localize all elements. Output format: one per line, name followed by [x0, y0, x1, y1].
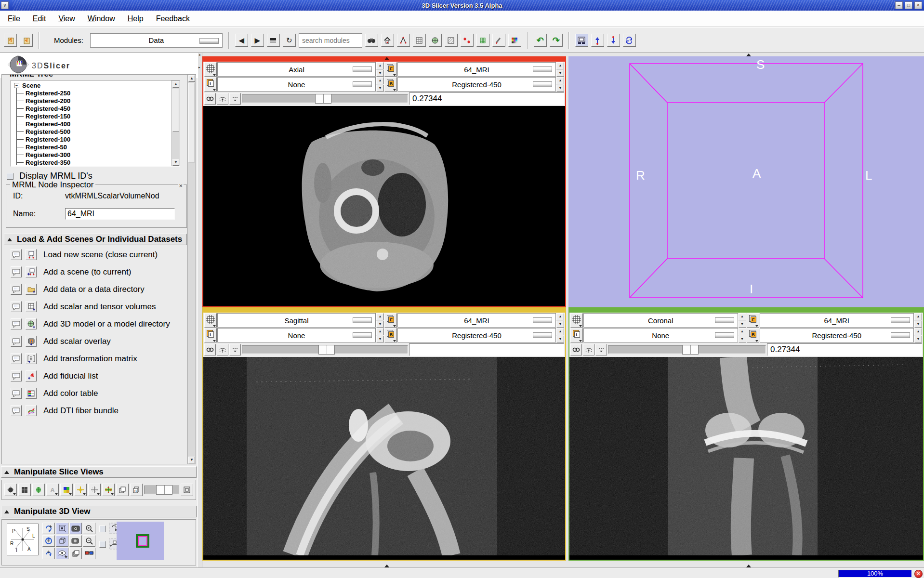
slice-orientation-icon[interactable]: [570, 313, 583, 328]
grid-crosshair-button[interactable]: [88, 484, 101, 496]
slice-more-options-button[interactable]: [229, 344, 241, 355]
slice-visible-button[interactable]: [217, 344, 228, 355]
spin-down-icon[interactable]: ▼: [556, 70, 564, 77]
tooltip-bubble-icon[interactable]: [11, 301, 22, 312]
layers-front-button[interactable]: [116, 484, 129, 496]
label-layer-icon[interactable]: L: [204, 328, 217, 342]
spin-up-icon[interactable]: ▲: [556, 62, 564, 69]
tooltip-bubble-icon[interactable]: [11, 353, 22, 364]
module-forward-button[interactable]: ▶: [251, 34, 264, 47]
slice-more-options-button[interactable]: [229, 93, 241, 105]
dropdown-flat-button[interactable]: [533, 317, 552, 323]
load-scene-icon[interactable]: [26, 249, 37, 260]
slice-opacity-slider[interactable]: [144, 486, 179, 494]
spin-up-icon[interactable]: ▲: [556, 77, 564, 84]
coronal-orientation-dropdown[interactable]: Coronal: [583, 313, 738, 328]
slice-label-opacity-button[interactable]: [60, 484, 73, 496]
dropdown-flat-button[interactable]: [533, 66, 552, 72]
compare-sync-button[interactable]: [623, 34, 636, 47]
tree-node-scene[interactable]: −Scene: [11, 81, 180, 89]
slice-orientation-icon[interactable]: [204, 313, 217, 328]
undo-button[interactable]: ↶: [534, 34, 547, 47]
dropdown-flat-button[interactable]: [715, 317, 734, 323]
rock-checkbox[interactable]: [99, 541, 106, 548]
inspector-close-icon[interactable]: ×: [178, 182, 184, 189]
menu-window[interactable]: Window: [88, 14, 115, 23]
scroll-down-icon[interactable]: ▼: [188, 457, 195, 463]
menu-file[interactable]: File: [8, 14, 20, 23]
load-row-label[interactable]: Load new scene (close current): [43, 250, 158, 260]
layout-button[interactable]: [575, 34, 588, 47]
spin-up-icon[interactable]: ▲: [376, 77, 384, 84]
tooltip-bubble-icon[interactable]: [11, 284, 22, 295]
collapse-arrow-icon[interactable]: [7, 238, 12, 241]
load-row-label[interactable]: Add DTI fiber bundle: [43, 406, 119, 416]
add-volume-icon[interactable]: [26, 301, 37, 312]
axial-orientation-dropdown[interactable]: Axial: [217, 62, 376, 77]
slider-handle[interactable]: [682, 345, 699, 355]
dropdown-flat-button[interactable]: [353, 81, 372, 87]
load-row-label[interactable]: Add scalar and tensor volumes: [43, 302, 156, 312]
sagittal-background-dropdown[interactable]: Registered-450: [397, 328, 556, 342]
sagittal-slice-offset-field[interactable]: [409, 343, 564, 356]
scroll-up-icon[interactable]: ▲: [188, 75, 195, 82]
axial-foreground-dropdown[interactable]: 64_MRI: [397, 62, 556, 77]
display-mrml-ids-checkbox[interactable]: [7, 173, 13, 180]
dropdown-flat-button[interactable]: [353, 332, 372, 338]
slider-handle[interactable]: [156, 485, 172, 495]
slider-handle[interactable]: [318, 345, 335, 355]
sagittal-label-dropdown[interactable]: None: [217, 328, 376, 342]
spin-down-icon[interactable]: ▼: [376, 70, 384, 77]
tree-node[interactable]: Registered-250: [11, 89, 180, 97]
modules-dropdown[interactable]: Data: [90, 33, 223, 48]
module-back-button[interactable]: ◀: [235, 34, 248, 47]
scrollbar-thumb[interactable]: [188, 83, 195, 162]
background-layer-icon[interactable]: B: [747, 328, 759, 342]
tree-node[interactable]: Registered-350: [11, 158, 180, 166]
screenshot-up-button[interactable]: [591, 34, 604, 47]
load-scene-button[interactable]: [4, 34, 17, 47]
sagittal-orientation-dropdown[interactable]: Sagittal: [217, 313, 376, 328]
coronal-slice-offset-field[interactable]: 0.27344: [767, 343, 922, 356]
load-row-label[interactable]: Add scalar overlay: [43, 337, 111, 346]
scrollbar-thumb[interactable]: [172, 89, 179, 132]
pane-collapse-handle-icon[interactable]: [746, 565, 751, 567]
label-spinner[interactable]: ▲▼: [739, 328, 746, 342]
tooltip-bubble-icon[interactable]: [11, 405, 22, 416]
load-row-label[interactable]: Add 3D model or a model directory: [43, 319, 170, 329]
menu-feedback[interactable]: Feedback: [156, 14, 190, 23]
spin-up-icon[interactable]: ▲: [376, 62, 384, 69]
spin-up-icon[interactable]: ▲: [376, 328, 384, 335]
menu-help[interactable]: Help: [128, 14, 144, 23]
scroll-down-icon[interactable]: ▼: [172, 159, 179, 166]
colors-module-button[interactable]: [508, 34, 521, 47]
stereo-button[interactable]: [83, 548, 95, 559]
spin-checkbox[interactable]: [99, 525, 106, 532]
tooltip-bubble-icon[interactable]: [11, 388, 22, 399]
spin-up-icon[interactable]: ▲: [914, 328, 922, 335]
search-modules-input[interactable]: [299, 33, 362, 48]
spin-down-icon[interactable]: ▼: [914, 336, 922, 343]
coronal-label-dropdown[interactable]: None: [583, 328, 738, 342]
screenshot-button[interactable]: [69, 523, 82, 534]
add-fiducial-icon[interactable]: [26, 370, 37, 381]
pane-gap[interactable]: [566, 307, 568, 561]
measurements-module-button[interactable]: [397, 34, 410, 47]
tree-node[interactable]: Registered-500: [11, 128, 180, 135]
dropdown-flat-button[interactable]: [353, 317, 372, 323]
label-layer-icon[interactable]: L: [570, 328, 583, 342]
coronal-foreground-dropdown[interactable]: 64_MRI: [760, 313, 914, 328]
pane-collapse-handle-icon[interactable]: [384, 57, 389, 60]
link-views-button[interactable]: [204, 344, 216, 355]
slice-more-options-button[interactable]: [595, 344, 607, 355]
tree-node[interactable]: Registered-200: [11, 97, 180, 105]
spin-down-icon[interactable]: ▼: [556, 336, 564, 343]
foreground-spinner[interactable]: ▲▼: [556, 62, 564, 77]
models-module-button[interactable]: [429, 34, 442, 47]
tree-node[interactable]: Registered-400: [11, 120, 180, 128]
axial-label-dropdown[interactable]: None: [217, 77, 376, 92]
foreground-layer-icon[interactable]: F: [384, 62, 397, 77]
add-matrix-icon[interactable]: [26, 353, 37, 364]
center-view-button[interactable]: [56, 523, 68, 534]
zoom-in-button[interactable]: [83, 523, 95, 534]
